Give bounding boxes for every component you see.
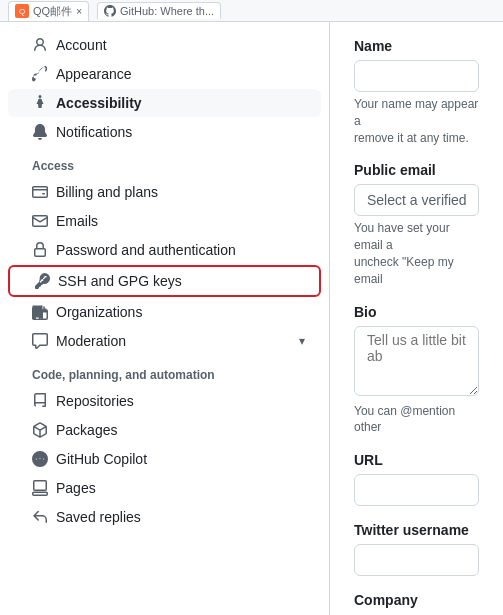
name-field-group: Name Your name may appear a remove it at… [354, 38, 479, 146]
sidebar-item-moderation[interactable]: Moderation ▾ [8, 327, 321, 355]
sidebar-item-repositories-label: Repositories [56, 393, 134, 409]
sidebar-item-copilot-label: GitHub Copilot [56, 451, 147, 467]
credit-card-icon [32, 184, 48, 200]
accessibility-icon [32, 95, 48, 111]
sidebar-item-accessibility-label: Accessibility [56, 95, 142, 111]
url-field-group: URL [354, 452, 479, 506]
sidebar-item-pages[interactable]: Pages [8, 474, 321, 502]
sidebar-item-moderation-label: Moderation [56, 333, 126, 349]
name-description: Your name may appear a remove it at any … [354, 96, 479, 146]
sidebar-item-saved-replies-label: Saved replies [56, 509, 141, 525]
org-icon [32, 304, 48, 320]
bio-field-group: Bio You can @mention other [354, 304, 479, 437]
sidebar-item-pages-label: Pages [56, 480, 96, 496]
twitter-input[interactable] [354, 544, 479, 576]
paintbrush-icon [32, 66, 48, 82]
reply-icon [32, 509, 48, 525]
sidebar-item-account-label: Account [56, 37, 107, 53]
sidebar-item-billing[interactable]: Billing and plans [8, 178, 321, 206]
sidebar-item-account[interactable]: Account [8, 31, 321, 59]
public-email-field-group: Public email Select a verified em You ha… [354, 162, 479, 287]
url-input[interactable] [354, 474, 479, 506]
browser-tab-bar: Q QQ邮件 × GitHub: Where th... [0, 0, 503, 22]
sidebar-item-notifications[interactable]: Notifications [8, 118, 321, 146]
chevron-down-icon: ▾ [299, 334, 305, 348]
repo-icon [32, 393, 48, 409]
sidebar-item-appearance[interactable]: Appearance [8, 60, 321, 88]
access-section-label: Access [8, 147, 321, 177]
qq-favicon: Q [15, 4, 29, 18]
code-section-label: Code, planning, and automation [8, 356, 321, 386]
pages-icon [32, 480, 48, 496]
sidebar-item-password[interactable]: Password and authentication [8, 236, 321, 264]
sidebar-item-accessibility[interactable]: Accessibility [8, 89, 321, 117]
sidebar-item-organizations[interactable]: Organizations [8, 298, 321, 326]
right-panel: Name Your name may appear a remove it at… [330, 22, 503, 615]
public-email-label: Public email [354, 162, 479, 178]
key-icon [34, 273, 50, 289]
package-icon [32, 422, 48, 438]
tab-qq-label: QQ邮件 [33, 4, 72, 19]
sidebar: Account Appearance Accessibility Notific… [0, 22, 330, 615]
moderation-icon [32, 333, 48, 349]
lock-icon [32, 242, 48, 258]
company-label: Company [354, 592, 479, 608]
sidebar-item-packages[interactable]: Packages [8, 416, 321, 444]
sidebar-item-password-label: Password and authentication [56, 242, 236, 258]
twitter-label: Twitter username [354, 522, 479, 538]
sidebar-item-notifications-label: Notifications [56, 124, 132, 140]
url-label: URL [354, 452, 479, 468]
name-label: Name [354, 38, 479, 54]
tab-qq[interactable]: Q QQ邮件 × [8, 1, 89, 21]
company-field-group: Company [354, 592, 479, 608]
sidebar-item-copilot[interactable]: GitHub Copilot [8, 445, 321, 473]
tab-github-label: GitHub: Where th... [120, 5, 214, 17]
public-email-select[interactable]: Select a verified em [354, 184, 479, 216]
copilot-icon [32, 451, 48, 467]
bio-description: You can @mention other [354, 403, 479, 437]
content-area: Account Appearance Accessibility Notific… [0, 22, 503, 615]
sidebar-item-billing-label: Billing and plans [56, 184, 158, 200]
sidebar-item-emails[interactable]: Emails [8, 207, 321, 235]
github-favicon [104, 5, 116, 17]
tab-qq-close[interactable]: × [76, 6, 82, 17]
name-input[interactable] [354, 60, 479, 92]
bell-icon [32, 124, 48, 140]
mail-icon [32, 213, 48, 229]
sidebar-item-repositories[interactable]: Repositories [8, 387, 321, 415]
sidebar-item-ssh-label: SSH and GPG keys [58, 273, 182, 289]
sidebar-item-packages-label: Packages [56, 422, 117, 438]
sidebar-item-emails-label: Emails [56, 213, 98, 229]
bio-label: Bio [354, 304, 479, 320]
public-email-description: You have set your email a uncheck "Keep … [354, 220, 479, 287]
person-icon [32, 37, 48, 53]
twitter-field-group: Twitter username [354, 522, 479, 576]
sidebar-item-appearance-label: Appearance [56, 66, 132, 82]
bio-textarea[interactable] [354, 326, 479, 396]
sidebar-item-saved-replies[interactable]: Saved replies [8, 503, 321, 531]
sidebar-item-ssh[interactable]: SSH and GPG keys [8, 265, 321, 297]
moderation-left: Moderation [32, 333, 126, 349]
sidebar-item-organizations-label: Organizations [56, 304, 142, 320]
tab-github[interactable]: GitHub: Where th... [97, 2, 221, 19]
